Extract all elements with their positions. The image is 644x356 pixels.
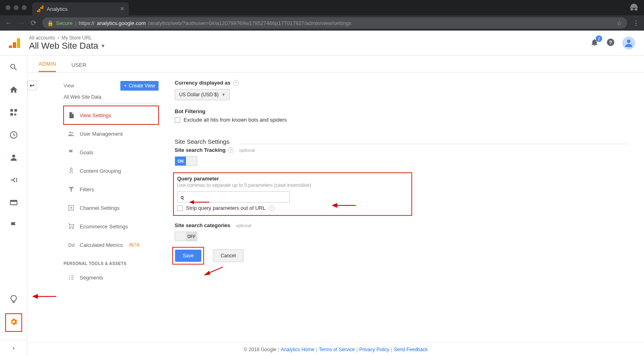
page-icon <box>68 112 75 119</box>
qp-label: Query parameter <box>177 176 408 182</box>
reload-icon[interactable]: ⟳ <box>31 19 37 27</box>
svg-point-13 <box>70 132 72 134</box>
back-arrow-icon[interactable]: ← <box>5 19 12 27</box>
view-title-text: All Web Site Data <box>29 41 98 51</box>
categories-toggle[interactable]: OFF <box>175 232 197 241</box>
rail-realtime[interactable] <box>9 130 18 141</box>
url-field[interactable]: 🔒 Secure | https://analytics.google.com/… <box>42 17 627 29</box>
menu-calculated-metrics[interactable]: Dd Calculated Metrics BETA <box>64 236 159 254</box>
copyright: © 2018 Google <box>244 347 277 352</box>
breadcrumb[interactable]: All accounts › My Store URL <box>29 35 105 41</box>
url-path: /analytics/web/?authuser=0#/a120799769w1… <box>148 20 351 26</box>
tab-title: Analytics <box>47 6 68 12</box>
annotation-arrow <box>203 265 223 279</box>
account-avatar[interactable] <box>622 37 635 50</box>
tracking-label: Site search Tracking ? optional <box>175 147 628 153</box>
menu-channel-settings[interactable]: Channel Settings <box>64 199 159 217</box>
currency-label: Currency displayed as ? <box>175 80 628 86</box>
help-icon[interactable]: ? <box>228 147 233 153</box>
view-title-dropdown[interactable]: All Web Site Data ▼ <box>29 41 105 51</box>
rail-home[interactable] <box>9 85 18 96</box>
currency-dropdown[interactable]: US Dollar (USD $) ▼ <box>175 89 230 100</box>
footer-link[interactable]: Analytics Home <box>281 347 314 352</box>
dd-icon: Dd <box>68 241 75 248</box>
ga-favicon-icon <box>37 6 43 12</box>
chevron-right-icon: › <box>58 35 59 41</box>
menu-label: Filters <box>80 186 94 192</box>
svg-marker-22 <box>204 271 210 275</box>
browser-tab-bar: Analytics × <box>0 0 644 15</box>
help-icon[interactable]: ? <box>233 80 239 86</box>
rail-discover[interactable] <box>9 295 18 305</box>
funnel-icon <box>68 186 75 193</box>
svg-point-14 <box>72 132 73 134</box>
minimize-window[interactable] <box>14 5 19 10</box>
menu-goals[interactable]: Goals <box>64 143 159 161</box>
toggle-blank <box>186 157 197 166</box>
tracking-toggle[interactable]: ON <box>175 156 197 166</box>
address-bar: ← → ⟳ 🔒 Secure | https://analytics.googl… <box>0 15 644 31</box>
home-icon <box>9 85 18 94</box>
close-window[interactable] <box>6 5 10 10</box>
query-param-section: Query parameter Use commas to separate u… <box>175 174 411 214</box>
person-icon <box>9 153 18 162</box>
tab-admin[interactable]: ADMIN <box>39 57 56 72</box>
footer-link[interactable]: Send Feedback <box>394 347 427 352</box>
left-rail <box>0 56 27 356</box>
browser-menu-icon[interactable]: ⋮ <box>633 19 639 27</box>
cancel-button[interactable]: Cancel <box>213 249 243 262</box>
breadcrumb-store[interactable]: My Store URL <box>62 35 92 41</box>
notifications-button[interactable]: 2 <box>590 38 599 48</box>
rail-acquisition[interactable] <box>9 176 18 186</box>
svg-text:Dd: Dd <box>68 242 75 248</box>
currency-value: US Dollar (USD $) <box>179 92 219 97</box>
forward-arrow-icon[interactable]: → <box>18 19 25 27</box>
bookmark-star-icon[interactable]: ☆ <box>617 19 622 27</box>
svg-rect-2 <box>9 46 12 48</box>
gear-icon <box>9 317 18 326</box>
bot-filter-text: Exclude all hits from known bots and spi… <box>184 117 287 123</box>
create-view-button[interactable]: + Create View <box>120 81 159 91</box>
acquisition-icon <box>9 176 18 184</box>
help-icon[interactable]: ? <box>269 205 275 211</box>
rail-behavior[interactable] <box>9 198 18 209</box>
rail-conversions[interactable] <box>9 221 18 231</box>
save-button[interactable]: Save <box>175 250 201 262</box>
rail-customization[interactable] <box>9 108 18 118</box>
cart-icon <box>68 223 75 230</box>
query-param-input[interactable] <box>177 191 290 203</box>
maximize-window[interactable] <box>22 5 27 10</box>
strip-checkbox[interactable] <box>177 205 183 211</box>
view-column: View + Create View All Web Site Data Vie… <box>64 81 159 342</box>
svg-point-5 <box>627 39 631 43</box>
tab-user[interactable]: USER <box>71 58 86 72</box>
menu-user-management[interactable]: User Management <box>64 124 159 143</box>
rail-audience[interactable] <box>9 153 18 164</box>
cat-label: Site search categories optional <box>175 222 628 228</box>
url-host: analytics.google.com <box>97 20 146 26</box>
help-button[interactable]: ? <box>606 38 615 48</box>
svg-rect-0 <box>17 38 20 48</box>
bot-filter-checkbox[interactable] <box>175 117 180 123</box>
rail-search[interactable] <box>9 63 18 73</box>
menu-content-grouping[interactable]: Content Grouping <box>64 161 159 180</box>
beta-tag: BETA <box>129 243 139 247</box>
back-button[interactable]: ↩ <box>27 81 37 90</box>
view-col-sub[interactable]: All Web Site Data <box>64 91 159 103</box>
svg-rect-6 <box>10 109 12 112</box>
menu-filters[interactable]: Filters <box>64 180 159 199</box>
flag-icon <box>9 221 18 230</box>
footer-link[interactable]: Terms of Service <box>319 347 355 352</box>
rail-admin[interactable] <box>9 317 18 328</box>
close-tab-icon[interactable]: × <box>120 5 124 12</box>
menu-ecommerce-settings[interactable]: Ecommerce Settings <box>64 217 159 236</box>
menu-view-settings[interactable]: View Settings <box>64 106 159 124</box>
browser-tab[interactable]: Analytics × <box>32 2 129 15</box>
rail-expand[interactable] <box>0 340 27 356</box>
settings-panel: Currency displayed as ? US Dollar (USD $… <box>159 72 644 342</box>
menu-label: View Settings <box>80 112 111 118</box>
svg-text:?: ? <box>609 39 612 45</box>
breadcrumb-root[interactable]: All accounts <box>29 35 55 41</box>
footer-link[interactable]: Privacy Policy <box>359 347 390 352</box>
menu-segments[interactable]: Segments <box>64 268 159 287</box>
